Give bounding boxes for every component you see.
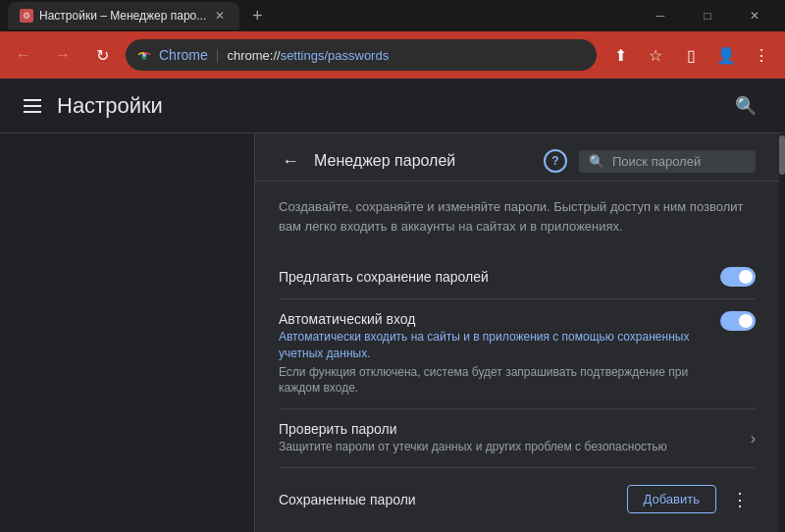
pm-header-left: ← Менеджер паролей (279, 149, 455, 173)
browser-tab[interactable]: ⚙ Настройки – Менеджер паро... ✕ (8, 2, 239, 29)
check-passwords-row[interactable]: Проверить пароли Защитите пароли от утеч… (279, 409, 756, 468)
title-bar: ⚙ Настройки – Менеджер паро... ✕ + ─ □ ✕ (0, 0, 785, 31)
pm-description: Создавайте, сохраняйте и изменяйте парол… (279, 197, 756, 236)
search-icon: 🔍 (589, 154, 604, 169)
settings-header-left: Настройки (24, 93, 163, 119)
auto-signin-sublabel: Автоматически входить на сайты и в прило… (279, 329, 705, 362)
address-bar[interactable]: Chrome | chrome://settings/passwords (126, 39, 597, 71)
forward-button[interactable]: → (47, 39, 78, 71)
new-tab-button[interactable]: + (243, 2, 271, 29)
hamburger-menu-button[interactable] (24, 99, 41, 113)
check-passwords-sublabel: Защитите пароли от утечки данных и други… (279, 439, 751, 455)
tab-close-button[interactable]: ✕ (212, 8, 228, 24)
offer-save-row: Предлагать сохранение паролей (279, 255, 756, 299)
restore-button[interactable]: □ (685, 0, 730, 31)
chrome-logo-icon (137, 48, 151, 62)
browser-toolbar: ← → ↻ Chrome | chrome://settings/passwor… (0, 31, 785, 79)
menu-button[interactable]: ⋮ (746, 39, 777, 71)
chevron-right-icon: › (751, 430, 756, 448)
check-passwords-label: Проверить пароли (279, 421, 751, 437)
passwords-table: Сайт Имя пользователя Пароль ✉ account.m… (279, 523, 756, 532)
settings-header: Настройки 🔍 (0, 79, 785, 133)
offer-save-toggle[interactable] (720, 267, 756, 287)
pm-title: Менеджер паролей (314, 152, 455, 170)
password-search-input[interactable] (612, 154, 746, 169)
minimize-button[interactable]: ─ (638, 0, 683, 31)
scrollbar[interactable] (779, 133, 785, 532)
tab-favicon: ⚙ (20, 9, 33, 23)
saved-passwords-header: Сохраненные пароли Добавить ⋮ (279, 468, 756, 523)
back-button[interactable]: ← (8, 39, 39, 71)
auto-signin-label: Автоматический вход (279, 311, 705, 327)
profile-button[interactable]: 👤 (710, 39, 742, 71)
auto-signin-row: Автоматический вход Автоматически входит… (279, 299, 756, 409)
address-url: chrome://settings/passwords (227, 48, 389, 63)
pm-header-right: ? 🔍 (544, 149, 756, 173)
offer-save-label: Предлагать сохранение паролей (279, 269, 489, 285)
add-password-button[interactable]: Добавить (627, 485, 716, 513)
saved-passwords-label: Сохраненные пароли (279, 492, 416, 507)
settings-search-button[interactable]: 🔍 (730, 90, 761, 122)
bookmark-button[interactable]: ☆ (640, 39, 671, 71)
help-button[interactable]: ? (544, 149, 567, 173)
close-button[interactable]: ✕ (732, 0, 777, 31)
password-manager-header: ← Менеджер паролей ? 🔍 (255, 133, 779, 182)
settings-title: Настройки (57, 93, 163, 119)
url-prefix: chrome:// (227, 48, 280, 63)
pm-body: Создавайте, сохраняйте и изменяйте парол… (255, 182, 779, 532)
main-content: ← Менеджер паролей ? 🔍 Создавайте, сохра… (255, 133, 779, 532)
auto-signin-content: Автоматический вход Автоматически входит… (279, 311, 705, 397)
toolbar-actions: ⬆ ☆ ▯ 👤 ⋮ (604, 39, 777, 71)
url-path: settings/passwords (281, 48, 390, 63)
address-separator: | (216, 47, 220, 63)
auto-signin-toggle[interactable] (720, 311, 756, 331)
pm-back-button[interactable]: ← (279, 149, 302, 173)
chrome-brand-label: Chrome (159, 47, 208, 63)
sidebar (0, 133, 255, 532)
scrollbar-thumb[interactable] (779, 135, 785, 175)
settings-page: Настройки 🔍 ← Менеджер паролей ? 🔍 (0, 79, 785, 532)
table-header: Сайт Имя пользователя Пароль (279, 523, 756, 532)
share-button[interactable]: ⬆ (604, 39, 636, 71)
saved-passwords-actions: Добавить ⋮ (627, 484, 756, 515)
saved-passwords-more-button[interactable]: ⋮ (724, 484, 756, 515)
content-area: ← Менеджер паролей ? 🔍 Создавайте, сохра… (0, 133, 785, 532)
auto-signin-sublabel2: Если функция отключена, система будет за… (279, 364, 705, 398)
check-passwords-content: Проверить пароли Защитите пароли от утеч… (279, 421, 751, 455)
reload-button[interactable]: ↻ (86, 39, 118, 71)
sidebar-button[interactable]: ▯ (675, 39, 706, 71)
tab-title: Настройки – Менеджер паро... (39, 9, 206, 23)
password-search-box[interactable]: 🔍 (579, 150, 756, 173)
title-bar-left: ⚙ Настройки – Менеджер паро... ✕ + (8, 2, 271, 29)
window-controls: ─ □ ✕ (638, 0, 777, 31)
